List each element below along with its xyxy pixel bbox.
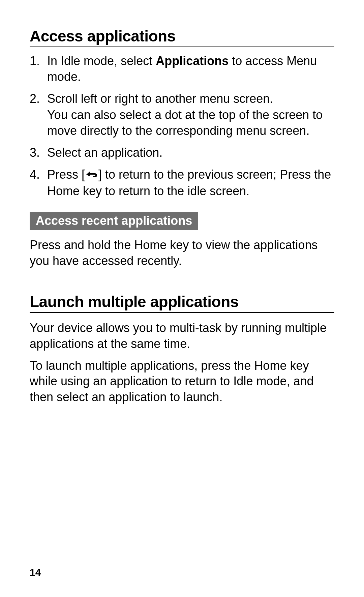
manual-page: Access applications In Idle mode, select…: [0, 0, 364, 597]
callout-body: Press and hold the Home key to view the …: [30, 237, 334, 269]
steps-list: In Idle mode, select Applications to acc…: [30, 53, 334, 199]
step1-applications-bold: Applications: [156, 54, 229, 68]
launch-para-2: To launch multiple applications, press t…: [30, 358, 334, 405]
heading-launch-multiple: Launch multiple applications: [30, 293, 334, 313]
step4-pre: Press [: [47, 168, 85, 181]
step-4: Press [] to return to the previous scree…: [30, 167, 334, 199]
step2-line1: Scroll left or right to another menu scr…: [47, 92, 273, 106]
back-arrow-icon: [85, 168, 98, 183]
step-3: Select an application.: [30, 145, 334, 161]
step1-pre: In Idle mode, select: [47, 54, 156, 68]
step-2: Scroll left or right to another menu scr…: [30, 91, 334, 139]
step2-line2: You can also select a dot at the top of …: [47, 107, 334, 139]
launch-para-1: Your device allows you to multi-task by …: [30, 320, 334, 352]
page-number: 14: [30, 567, 41, 578]
step-1: In Idle mode, select Applications to acc…: [30, 53, 334, 85]
step3-text: Select an application.: [47, 146, 162, 159]
heading-access-applications: Access applications: [30, 27, 334, 47]
callout-access-recent: Access recent applications: [30, 212, 198, 230]
